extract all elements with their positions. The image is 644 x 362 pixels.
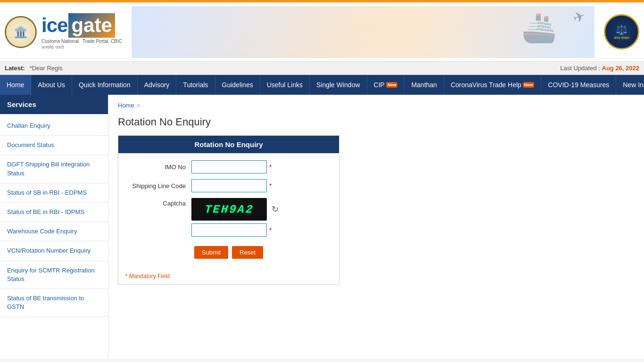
logo-ice-text: ice [41, 14, 67, 37]
logo-gate-box: gate [68, 13, 115, 38]
reset-button[interactable]: Reset [232, 246, 263, 259]
shipping-label: Shipping Line Code [125, 182, 191, 189]
header-banner [132, 6, 594, 58]
nav-item-covid[interactable]: COVID-19 Measures [541, 75, 616, 95]
logo-subtitle2: Trade Portal, CBIC [83, 39, 122, 44]
last-updated-date: Aug 26, 2022 [602, 65, 640, 72]
latest-bar: Latest: *Dear Regis Last Updated : Aug 2… [0, 61, 644, 75]
nav-item-tutorials[interactable]: Tutorials [176, 75, 215, 95]
imo-input[interactable] [191, 160, 267, 173]
logo-gate-text: gate [71, 14, 112, 36]
imo-required-star: * [269, 163, 272, 171]
captcha-section: TEH9A2 ↻ * [191, 198, 279, 237]
shipping-input[interactable] [191, 179, 267, 192]
sidebar-item-status-be-gstn[interactable]: Status of BE transmission to GSTN [0, 289, 108, 317]
icegate-logo: ice gate Customs National Trade Portal, … [41, 13, 122, 50]
sidebar-item-status-sb-rbi[interactable]: Status of SB in RBI - EDPMS [0, 183, 108, 203]
captcha-entry-row: * [191, 223, 279, 237]
nav-item-advisory[interactable]: Advisory [138, 75, 177, 95]
nav-cip-label: CIP [374, 81, 385, 89]
captcha-required-star: * [269, 226, 272, 234]
sidebar-item-warehouse-code[interactable]: Warehouse Code Enquiry [0, 222, 108, 241]
right-government-emblem: ⚖️ भारत सरकार [604, 14, 639, 49]
rotation-enquiry-form-box: Rotation No Enquiry IMO No * Shipping Li… [118, 135, 339, 285]
captcha-input-wrap: TEH9A2 ↻ * [191, 198, 332, 237]
imo-row: IMO No * [125, 160, 332, 173]
nav-item-guidelines[interactable]: Guidelines [215, 75, 260, 95]
page-title: Rotation No Enquiry [118, 116, 635, 128]
sidebar: Services Challan Enquiry Document Status… [0, 95, 108, 359]
captcha-input[interactable] [191, 223, 267, 237]
form-box-header: Rotation No Enquiry [118, 136, 339, 153]
nav-item-corona[interactable]: CoronaVirus Trade Help New [444, 75, 541, 95]
nav-item-home[interactable]: Home [0, 75, 31, 95]
captcha-row: Captcha TEH9A2 ↻ * [125, 198, 332, 237]
nav-item-quick-info[interactable]: Quick Information [72, 75, 138, 95]
breadcrumb: Home > [118, 102, 635, 109]
sidebar-item-dgft-integration[interactable]: DGFT Shipping Bill Integration Status [0, 155, 108, 183]
nav-item-useful-links[interactable]: Useful Links [260, 75, 310, 95]
shipping-required-star: * [269, 182, 272, 189]
captcha-image: TEH9A2 [191, 198, 267, 221]
captcha-image-row: TEH9A2 ↻ [191, 198, 279, 221]
logo-subtitle1: Customs National [41, 39, 79, 44]
nav-item-single-window[interactable]: Single Window [310, 75, 367, 95]
imo-label: IMO No [125, 164, 191, 171]
imo-input-wrap: * [191, 160, 332, 173]
sidebar-item-scmtr[interactable]: Enquiry for SCMTR Registration Status [0, 261, 108, 289]
sidebar-item-challan[interactable]: Challan Enquiry [0, 116, 108, 136]
main-nav: Home About Us Quick Information Advisory… [0, 75, 644, 95]
nav-item-new-initiatives[interactable]: New Initiatives [616, 75, 644, 95]
nav-item-manthan[interactable]: Manthan [405, 75, 444, 95]
sidebar-item-vcn-rotation[interactable]: VCN/Rotation Number Enquiry [0, 241, 108, 261]
site-header: 🏛️ ice gate Customs National Trade Porta… [0, 2, 644, 61]
breadcrumb-home[interactable]: Home [118, 102, 134, 109]
latest-content: *Dear Regis [30, 65, 556, 72]
left-government-emblem: 🏛️ [5, 16, 37, 48]
nav-item-about[interactable]: About Us [31, 75, 72, 95]
banner-decoration [132, 6, 594, 58]
captcha-text: TEH9A2 [204, 203, 255, 216]
form-buttons: Submit Reset [125, 242, 332, 261]
logo-tagline: सत्यमेव जयते [41, 45, 64, 50]
sidebar-header: Services [0, 95, 108, 114]
breadcrumb-separator: > [137, 102, 140, 109]
content-area: Home > Rotation No Enquiry Rotation No E… [108, 95, 644, 359]
latest-label: Latest: [5, 65, 25, 72]
submit-button[interactable]: Submit [194, 246, 228, 259]
sidebar-item-status-be-rbi[interactable]: Status of BE in RBI - IDPMS [0, 203, 108, 222]
last-updated-label: Last Updated : [560, 65, 600, 72]
shipping-input-wrap: * [191, 179, 332, 192]
nav-corona-label: CoronaVirus Trade Help [451, 81, 521, 89]
last-updated: Last Updated : Aug 26, 2022 [560, 65, 639, 72]
mandatory-note: * Mandatory Field [118, 268, 339, 284]
sidebar-item-document-status[interactable]: Document Status [0, 136, 108, 155]
logo-section: 🏛️ ice gate Customs National Trade Porta… [5, 13, 122, 50]
captcha-label: Captcha [125, 200, 191, 207]
shipping-row: Shipping Line Code * [125, 179, 332, 192]
captcha-refresh-icon[interactable]: ↻ [272, 204, 279, 214]
nav-item-cip[interactable]: CIP New [367, 75, 405, 95]
nav-corona-badge: New [523, 82, 535, 88]
nav-cip-badge: New [386, 82, 398, 88]
logo-text: ice gate [41, 13, 116, 38]
form-body: IMO No * Shipping Line Code * [118, 153, 339, 268]
main-layout: Services Challan Enquiry Document Status… [0, 95, 644, 359]
